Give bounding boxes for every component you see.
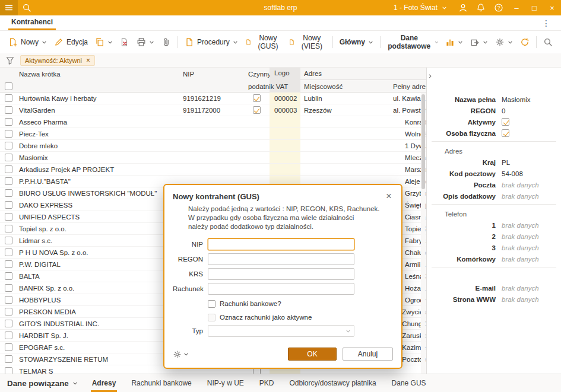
related-data-tab[interactable]: NIP-y w UE bbox=[206, 374, 245, 392]
row-select-checkbox[interactable] bbox=[5, 343, 12, 351]
row-select-checkbox[interactable] bbox=[5, 308, 12, 315]
delete-button[interactable] bbox=[116, 34, 133, 50]
panel-collapse-icon[interactable] bbox=[427, 74, 433, 79]
close-button[interactable]: × bbox=[543, 0, 561, 15]
krs-input[interactable] bbox=[208, 268, 354, 280]
filter-chip-aktywnosc[interactable]: Aktywność: Aktywni × bbox=[20, 55, 95, 66]
row-select-checkbox[interactable] bbox=[5, 284, 12, 292]
dialog-close-icon[interactable]: × bbox=[385, 192, 393, 200]
row-select-checkbox[interactable] bbox=[5, 320, 12, 327]
row-select-checkbox[interactable] bbox=[5, 154, 12, 161]
chevron-down-icon bbox=[183, 352, 189, 357]
related-data-tab[interactable]: PKD bbox=[258, 374, 275, 392]
row-select-checkbox[interactable] bbox=[5, 177, 12, 185]
procedures-button[interactable]: Procedury bbox=[181, 34, 242, 50]
export-button[interactable] bbox=[467, 34, 492, 50]
row-select-checkbox[interactable] bbox=[5, 332, 12, 339]
row-select-checkbox[interactable] bbox=[5, 106, 12, 114]
column-header-nip[interactable]: NIP bbox=[178, 68, 243, 80]
column-group-header-address[interactable]: Adres bbox=[300, 68, 427, 80]
refresh-button[interactable] bbox=[516, 34, 533, 50]
notifications-button[interactable] bbox=[472, 0, 490, 15]
row-select-checkbox[interactable] bbox=[5, 296, 12, 304]
copy-button[interactable] bbox=[91, 34, 116, 50]
panel-checkbox[interactable] bbox=[502, 118, 509, 126]
minimize-button[interactable]: – bbox=[508, 0, 525, 15]
bank-accounts-checkbox[interactable] bbox=[208, 300, 215, 308]
table-row[interactable]: Dobre mleko 1 Dywizj bbox=[0, 140, 426, 152]
column-header-full-address[interactable]: Pełny adres bbox=[392, 80, 427, 93]
scrollbar-thumb[interactable] bbox=[421, 94, 425, 189]
row-select-checkbox[interactable] bbox=[5, 367, 12, 374]
menu-button[interactable] bbox=[0, 0, 18, 15]
panel-row: Aktywny bbox=[427, 116, 561, 128]
dialog-settings-button[interactable] bbox=[173, 350, 189, 359]
panel-field-value: brak danych bbox=[502, 233, 539, 240]
row-select-checkbox[interactable] bbox=[5, 130, 12, 138]
column-header-vat-line2[interactable]: podatnik VAT bbox=[243, 80, 270, 93]
column-header-name[interactable]: Nazwa krótka bbox=[17, 68, 178, 80]
vertical-scrollbar[interactable] bbox=[421, 93, 426, 374]
titlebar-search-button[interactable] bbox=[18, 0, 36, 15]
vat-checkbox[interactable] bbox=[253, 106, 261, 114]
row-select-checkbox[interactable] bbox=[5, 237, 12, 244]
row-select-checkbox[interactable] bbox=[5, 189, 12, 197]
row-select-checkbox[interactable] bbox=[5, 201, 12, 209]
table-row[interactable]: Piecz-Tex Wolność bbox=[0, 128, 426, 140]
row-select-checkbox[interactable] bbox=[5, 142, 12, 149]
user-icon bbox=[458, 3, 468, 12]
row-select-checkbox[interactable] bbox=[5, 248, 12, 256]
workspace-selector[interactable]: 1 - Foto Świat bbox=[386, 0, 454, 15]
table-row[interactable]: Arkadiusz Projek AP PROJEKT Marszał bbox=[0, 164, 426, 176]
new-gus-button[interactable]: Nowy (GUS) bbox=[242, 34, 285, 50]
select-all-checkbox[interactable] bbox=[5, 82, 12, 90]
row-select-checkbox[interactable] bbox=[5, 94, 12, 102]
tab-overflow-menu[interactable]: ⋮ bbox=[537, 15, 555, 30]
new-vies-button[interactable]: Nowy (VIES) bbox=[285, 34, 329, 50]
regon-label: REGON bbox=[173, 256, 203, 263]
remove-filter-icon[interactable]: × bbox=[86, 57, 90, 64]
search-button[interactable] bbox=[540, 34, 556, 50]
related-data-tab[interactable]: Rachunki bankowe bbox=[130, 374, 192, 392]
column-header-vat-line1[interactable]: Czynny bbox=[243, 68, 270, 80]
nip-input[interactable] bbox=[208, 238, 354, 250]
row-select-checkbox[interactable] bbox=[5, 272, 12, 280]
rachunek-input[interactable] bbox=[208, 283, 354, 295]
cell-name: VitalGarden bbox=[17, 104, 178, 116]
tab-kontrahenci[interactable]: Kontrahenci bbox=[8, 15, 56, 30]
mark-accounts-active-checkbox[interactable] bbox=[208, 314, 215, 321]
row-select-checkbox[interactable] bbox=[5, 355, 12, 363]
row-select-checkbox[interactable] bbox=[5, 225, 12, 232]
view-selector[interactable]: Główny bbox=[336, 34, 377, 50]
column-header-city[interactable]: Miejscowość bbox=[300, 80, 392, 93]
row-select-checkbox[interactable] bbox=[5, 165, 12, 173]
row-select-checkbox[interactable] bbox=[5, 213, 12, 221]
table-row[interactable]: Asseco Pharma Konrada bbox=[0, 116, 426, 128]
chart-button[interactable] bbox=[442, 34, 467, 50]
vat-checkbox[interactable] bbox=[253, 94, 261, 102]
attachments-button[interactable] bbox=[158, 34, 175, 50]
row-select-checkbox[interactable] bbox=[5, 260, 12, 268]
panel-checkbox[interactable] bbox=[502, 129, 509, 137]
user-button[interactable] bbox=[454, 0, 472, 15]
table-row[interactable]: Hurtownia Kawy i herbaty 9191621219 0000… bbox=[0, 93, 426, 104]
panel-field-label: Poczta bbox=[427, 181, 496, 189]
help-button[interactable] bbox=[490, 0, 508, 15]
row-select-checkbox[interactable] bbox=[5, 118, 12, 126]
related-data-tab[interactable]: Odbiorcy/dostawcy płatnika bbox=[289, 374, 378, 392]
settings-button[interactable] bbox=[492, 34, 516, 50]
related-data-tab[interactable]: Dane GUS bbox=[391, 374, 427, 392]
new-button[interactable]: Nowy bbox=[5, 34, 50, 50]
table-row[interactable]: VitalGarden 9191172000 000003 Rzeszów al… bbox=[0, 104, 426, 116]
print-button[interactable] bbox=[133, 34, 158, 50]
related-data-tab[interactable]: Adresy bbox=[91, 374, 118, 392]
maximize-button[interactable]: □ bbox=[525, 0, 543, 15]
edit-button[interactable]: Edycja bbox=[50, 34, 91, 50]
regon-input[interactable] bbox=[208, 253, 354, 265]
typ-select[interactable] bbox=[208, 325, 354, 337]
table-row[interactable]: Masłomix Mleczar bbox=[0, 152, 426, 164]
ok-button[interactable]: OK bbox=[288, 348, 337, 361]
related-data-selector[interactable]: Dane powiązane bbox=[7, 374, 78, 392]
dataset-selector[interactable]: Dane podstawowe bbox=[383, 34, 442, 50]
cancel-button[interactable]: Anuluj bbox=[343, 348, 393, 361]
